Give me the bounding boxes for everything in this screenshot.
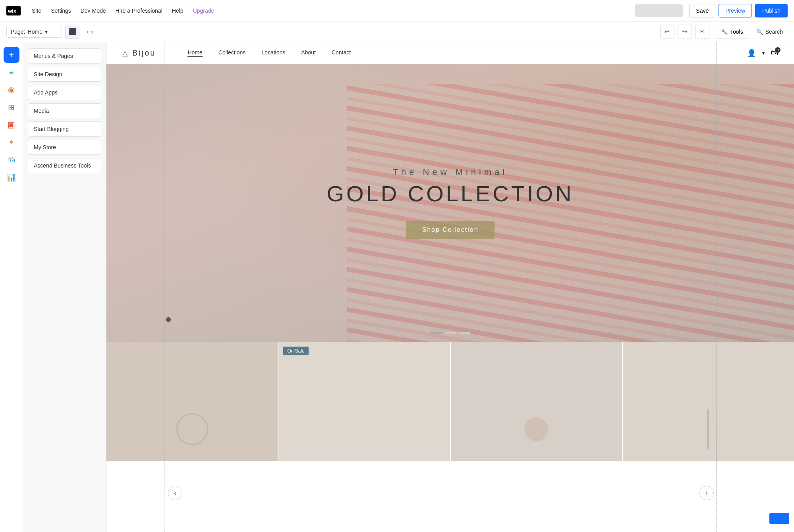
site-nav-right: 👤 ▾ 🛍 0 — [747, 49, 778, 58]
panel-add-apps[interactable]: Add Apps — [28, 85, 101, 100]
on-sale-badge: On Sale — [283, 347, 308, 355]
undo-icon: ↩ — [665, 28, 670, 35]
pages-icon: ≡ — [9, 68, 14, 77]
nav-help[interactable]: Help — [167, 0, 188, 21]
search-button[interactable]: 🔍 Search — [751, 25, 788, 39]
sidebar-apps-icon[interactable]: ⊞ — [4, 99, 19, 115]
carousel-indicators — [430, 332, 471, 334]
left-sidebar: + ≡ ◉ ⊞ ▣ ✦ 🛍 📊 — [0, 42, 23, 532]
preview-button[interactable]: Preview — [719, 4, 752, 17]
nav-settings[interactable]: Settings — [46, 0, 76, 21]
panel: Menus & Pages Site Design Add Apps Media… — [23, 42, 106, 532]
cart-icon[interactable]: 🛍 0 — [771, 49, 778, 57]
redo-icon: ↪ — [682, 28, 687, 35]
panel-ascend-business-tools[interactable]: Ascend Business Tools — [28, 158, 101, 173]
nav-locations[interactable]: Locations — [261, 49, 285, 57]
product-card-3[interactable] — [451, 342, 622, 461]
page-selector[interactable]: Page: Home ▾ — [6, 26, 62, 38]
hero-title: GOLD COLLECTION — [326, 181, 574, 206]
save-button[interactable]: Save — [689, 4, 715, 17]
sidebar-store-icon[interactable]: 🛍 — [4, 152, 19, 168]
products-section: On Sale — [106, 342, 794, 461]
nav-collections[interactable]: Collections — [218, 49, 245, 57]
hero-content: The New Minimal GOLD COLLECTION Shop Col… — [326, 167, 574, 239]
site-logo: △ Bijou — [122, 48, 156, 58]
product-card-1[interactable] — [106, 342, 278, 461]
mobile-icon: ▭ — [87, 28, 93, 35]
nav-contact[interactable]: Contact — [332, 49, 351, 57]
sub-bar: Page: Home ▾ ⬛ ▭ ↩ ↪ ✂ 🔧 Tools 🔍 Search — [0, 21, 794, 42]
panel-my-store[interactable]: My Store — [28, 140, 101, 155]
product-image-3 — [524, 417, 548, 441]
product-image-4 — [707, 409, 709, 449]
plus-icon: + — [9, 50, 14, 60]
ascend-icon: 📊 — [6, 172, 16, 182]
nav-dev-mode[interactable]: Dev Mode — [76, 0, 111, 21]
desktop-view-button[interactable]: ⬛ — [65, 25, 79, 39]
site-preview: △ Bijou Home Collections Locations About… — [106, 42, 794, 532]
panel-media[interactable]: Media — [28, 103, 101, 118]
panel-start-blogging[interactable]: Start Blogging — [28, 121, 101, 137]
product-card-2[interactable]: On Sale — [278, 342, 450, 461]
arrow-right-icon: › — [705, 490, 707, 497]
cart-count: 0 — [775, 47, 780, 53]
product-card-4[interactable] — [623, 342, 794, 461]
apps-icon: ⊞ — [8, 102, 15, 112]
store-icon: 🛍 — [8, 155, 15, 164]
nav-about[interactable]: About — [301, 49, 316, 57]
drag-handle[interactable] — [166, 317, 171, 322]
search-icon: 🔍 — [756, 29, 763, 35]
panel-site-design[interactable]: Site Design — [28, 67, 101, 82]
svg-text:wix: wix — [8, 8, 17, 14]
blog-icon: ✦ — [8, 137, 15, 147]
tools-icon: 🔧 — [721, 29, 728, 35]
sidebar-blog-icon[interactable]: ✦ — [4, 134, 19, 150]
arrow-left-icon: ‹ — [174, 490, 176, 497]
nav-hire-professional[interactable]: Hire a Professional — [111, 0, 167, 21]
scissors-icon: ✂ — [699, 28, 705, 35]
chevron-down-icon: ▾ — [45, 29, 48, 35]
redo-button[interactable]: ↪ — [678, 25, 692, 39]
site-nav-links: Home Collections Locations About Contact — [187, 49, 747, 57]
panel-menus-pages[interactable]: Menus & Pages — [28, 48, 101, 64]
wix-logo: wix — [6, 6, 21, 15]
design-icon: ◉ — [8, 85, 15, 94]
canvas: △ Bijou Home Collections Locations About… — [106, 42, 794, 532]
add-element-button[interactable]: + — [4, 47, 19, 63]
nav-site[interactable]: Site — [27, 0, 46, 21]
sidebar-media-icon[interactable]: ▣ — [4, 117, 19, 133]
search-label: Search — [765, 29, 783, 35]
tools-button[interactable]: 🔧 Tools — [716, 25, 748, 39]
product-image-1 — [176, 413, 208, 445]
desktop-icon: ⬛ — [68, 28, 76, 35]
tools-label: Tools — [730, 29, 743, 35]
page-label: Page: — [11, 29, 25, 35]
undo-button[interactable]: ↩ — [660, 25, 674, 39]
scissors-button[interactable]: ✂ — [695, 25, 709, 39]
logo-triangle-icon: △ — [122, 49, 129, 58]
carousel-arrow-right[interactable]: › — [699, 486, 714, 500]
hero-section: The New Minimal GOLD COLLECTION Shop Col… — [106, 64, 794, 342]
shop-collection-button[interactable]: Shop Collection — [406, 221, 494, 239]
sidebar-pages-icon[interactable]: ≡ — [4, 64, 19, 80]
user-icon[interactable]: 👤 — [747, 49, 756, 58]
hero-subtitle: The New Minimal — [326, 167, 574, 177]
top-bar: wix Site Settings Dev Mode Hire a Profes… — [0, 0, 794, 21]
publish-button[interactable]: Publish — [755, 4, 788, 17]
carousel-arrow-left[interactable]: ‹ — [168, 486, 182, 500]
carousel-indicator — [444, 332, 456, 334]
logo-text: Bijou — [132, 48, 156, 58]
nav-upgrade[interactable]: Upgrade — [188, 0, 219, 21]
center-input — [635, 4, 683, 17]
media-icon: ▣ — [8, 120, 15, 129]
carousel-indicator — [430, 332, 442, 334]
sidebar-ascend-icon[interactable]: 📊 — [4, 169, 19, 185]
carousel-indicator — [459, 332, 471, 334]
sidebar-design-icon[interactable]: ◉ — [4, 82, 19, 98]
page-name: Home — [28, 29, 43, 35]
nav-home[interactable]: Home — [187, 49, 202, 57]
site-navbar: △ Bijou Home Collections Locations About… — [106, 42, 794, 64]
mobile-view-button[interactable]: ▭ — [83, 25, 97, 39]
bottom-right-button[interactable] — [769, 513, 789, 524]
chevron-user-icon: ▾ — [762, 50, 765, 56]
